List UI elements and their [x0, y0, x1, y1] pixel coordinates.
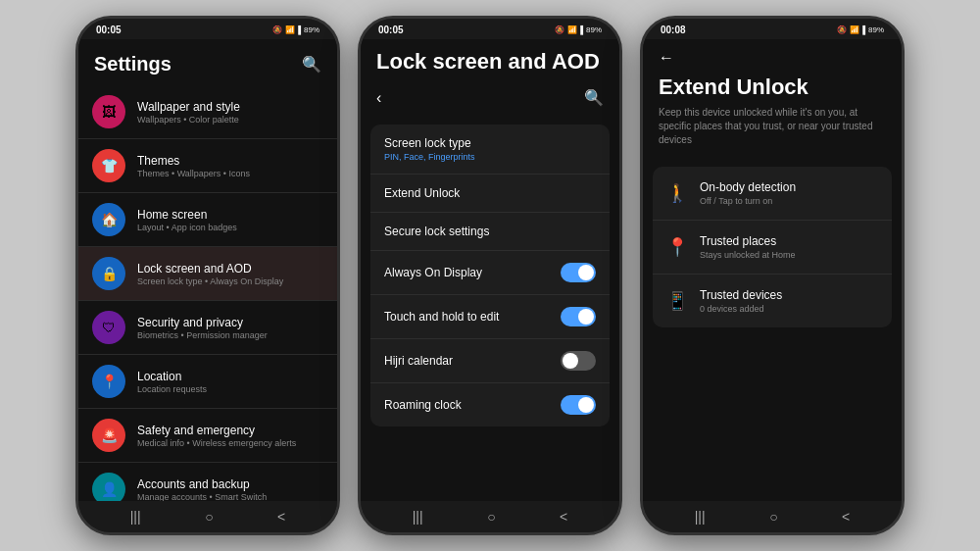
back-arrow-2[interactable]: ‹: [376, 89, 381, 107]
item-title: Roaming clock: [384, 398, 462, 412]
item-sub: Manage accounts • Smart Switch: [137, 492, 323, 502]
extend-header: ← Extend Unlock Keep this device unlocke…: [643, 39, 902, 163]
settings-item-text: Security and privacy Biometrics • Permis…: [137, 316, 323, 340]
lock-list: Screen lock type PIN, Face, Fingerprints…: [370, 125, 610, 426]
toggle-hijri[interactable]: [561, 351, 596, 371]
phone3-wrapper: 00:08 🔕 📶 ▌89% ← Extend Unlock Keep this…: [640, 16, 905, 535]
nav-back-2[interactable]: <: [560, 509, 567, 525]
list-item[interactable]: Touch and hold to edit: [370, 295, 610, 339]
status-bar-2: 00:05 🔕 📶 ▌89%: [361, 19, 619, 39]
search-icon-2[interactable]: 🔍: [584, 88, 604, 107]
list-item[interactable]: Screen lock type PIN, Face, Fingerprints: [370, 125, 610, 175]
extend-item-text: Trusted places Stays unlocked at Home: [700, 234, 796, 260]
status-time-3: 00:08: [661, 25, 686, 35]
list-item[interactable]: 👤 Accounts and backup Manage accounts • …: [78, 463, 337, 501]
nav-bar-1: ||| ○ <: [78, 501, 337, 532]
nav-recent-2[interactable]: |||: [413, 509, 423, 525]
nav-recent-1[interactable]: |||: [130, 509, 141, 525]
location-icon: 📍: [92, 365, 125, 398]
toggle-touch[interactable]: [561, 307, 596, 326]
list-item[interactable]: 🚶 On-body detection Off / Tap to turn on: [653, 167, 892, 221]
nav-recent-3[interactable]: |||: [695, 509, 706, 525]
item-title: Location: [137, 370, 323, 383]
list-item[interactable]: 📱 Trusted devices 0 devices added: [653, 275, 892, 327]
settings-list: 🖼 Wallpaper and style Wallpapers • Color…: [78, 85, 337, 501]
list-item[interactable]: Always On Display: [370, 251, 610, 295]
item-title: Hijri calendar: [384, 354, 453, 368]
nav-back-1[interactable]: <: [277, 509, 285, 525]
list-item[interactable]: 👕 Themes Themes • Wallpapers • Icons: [78, 139, 337, 193]
item-sub: Themes • Wallpapers • Icons: [137, 169, 323, 178]
item-title: Themes: [137, 154, 323, 168]
settings-item-text: Safety and emergency Medical info • Wire…: [137, 424, 323, 448]
item-title: Wallpaper and style: [137, 100, 323, 114]
list-item[interactable]: 🛡 Security and privacy Biometrics • Perm…: [78, 301, 337, 355]
list-item[interactable]: Hijri calendar: [370, 339, 610, 383]
safety-icon: 🚨: [92, 419, 125, 452]
lock-header: Lock screen and AOD ‹ 🔍: [361, 39, 619, 121]
nav-home-1[interactable]: ○: [205, 509, 213, 525]
back-arrow-3[interactable]: ←: [659, 49, 886, 67]
signal-icon-3: 📶: [850, 25, 859, 34]
list-item[interactable]: 🚨 Safety and emergency Medical info • Wi…: [78, 409, 337, 463]
status-icons-1: 🔕 📶 ▌89%: [272, 25, 319, 34]
lock-screen-title: Lock screen and AOD: [376, 49, 604, 75]
item-title: Extend Unlock: [384, 186, 596, 200]
battery-icon-3: ▌89%: [862, 25, 884, 34]
item-title: On-body detection: [700, 180, 796, 194]
settings-item-text: Accounts and backup Manage accounts • Sm…: [137, 477, 323, 502]
extend-unlock-item[interactable]: Extend Unlock: [370, 175, 610, 213]
list-item[interactable]: 🖼 Wallpaper and style Wallpapers • Color…: [78, 85, 337, 139]
item-sub: Medical info • Wireless emergency alerts: [137, 438, 323, 448]
item-sub: PIN, Face, Fingerprints: [384, 152, 596, 162]
status-icons-2: 🔕 📶 ▌89%: [555, 25, 602, 34]
battery-icon-2: ▌89%: [580, 25, 602, 34]
settings-item-text: Themes Themes • Wallpapers • Icons: [137, 154, 323, 178]
extend-list: 🚶 On-body detection Off / Tap to turn on…: [653, 167, 892, 327]
item-sub: Wallpapers • Color palette: [137, 115, 323, 125]
item-title: Touch and hold to edit: [384, 310, 499, 324]
item-title: Accounts and backup: [137, 477, 323, 491]
settings-screen: Settings 🔍 🖼 Wallpaper and style Wallpap…: [78, 39, 337, 501]
nav-home-3[interactable]: ○: [769, 509, 777, 525]
toggle-aod[interactable]: [561, 263, 596, 282]
extend-item-text: On-body detection Off / Tap to turn on: [700, 180, 796, 206]
list-item[interactable]: 🏠 Home screen Layout • App icon badges: [78, 193, 337, 247]
item-sub: Layout • App icon badges: [137, 223, 323, 232]
extend-unlock-desc: Keep this device unlocked while it's on …: [659, 106, 886, 147]
list-item-lockscreen[interactable]: 🔒 Lock screen and AOD Screen lock type •…: [78, 247, 337, 301]
phone1-wrapper: 00:05 🔕 📶 ▌89% Settings 🔍 🖼 Wallpaper an…: [75, 16, 340, 535]
wallpaper-icon: 🖼: [92, 95, 125, 128]
toggle-row: Hijri calendar: [384, 351, 596, 371]
phone1: 00:05 🔕 📶 ▌89% Settings 🔍 🖼 Wallpaper an…: [75, 16, 340, 535]
list-item[interactable]: Roaming clock: [370, 383, 610, 426]
list-item[interactable]: Secure lock settings: [370, 213, 610, 251]
list-item[interactable]: 📍 Trusted places Stays unlocked at Home: [653, 221, 892, 275]
nav-back-3[interactable]: <: [842, 509, 850, 525]
mute-icon-2: 🔕: [555, 25, 564, 34]
battery-icon-1: ▌89%: [298, 25, 319, 34]
trustedplaces-icon: 📍: [666, 236, 688, 258]
settings-title: Settings: [94, 53, 172, 75]
toggle-roaming[interactable]: [561, 395, 596, 415]
security-icon: 🛡: [92, 311, 125, 344]
nav-home-2[interactable]: ○: [487, 509, 495, 525]
item-sub: Stays unlocked at Home: [700, 250, 796, 260]
item-sub: Location requests: [137, 384, 323, 394]
phone2: 00:05 🔕 📶 ▌89% Lock screen and AOD ‹ 🔍 S…: [358, 16, 622, 535]
mute-icon-1: 🔕: [272, 25, 282, 34]
settings-item-text: Location Location requests: [137, 370, 323, 394]
status-time-2: 00:05: [378, 25, 404, 35]
phone3: 00:08 🔕 📶 ▌89% ← Extend Unlock Keep this…: [640, 16, 905, 535]
item-title: Safety and emergency: [137, 424, 323, 437]
extend-unlock-title: Extend Unlock: [659, 75, 886, 100]
toggle-row: Touch and hold to edit: [384, 307, 596, 326]
themes-icon: 👕: [92, 149, 125, 182]
onbody-icon: 🚶: [666, 182, 688, 204]
toggle-row: Roaming clock: [384, 395, 596, 415]
search-icon-1[interactable]: 🔍: [302, 55, 321, 74]
list-item[interactable]: 📍 Location Location requests: [78, 355, 337, 409]
settings-item-text: Lock screen and AOD Screen lock type • A…: [137, 262, 323, 286]
item-sub: 0 devices added: [700, 304, 782, 314]
item-title: Lock screen and AOD: [137, 262, 323, 276]
